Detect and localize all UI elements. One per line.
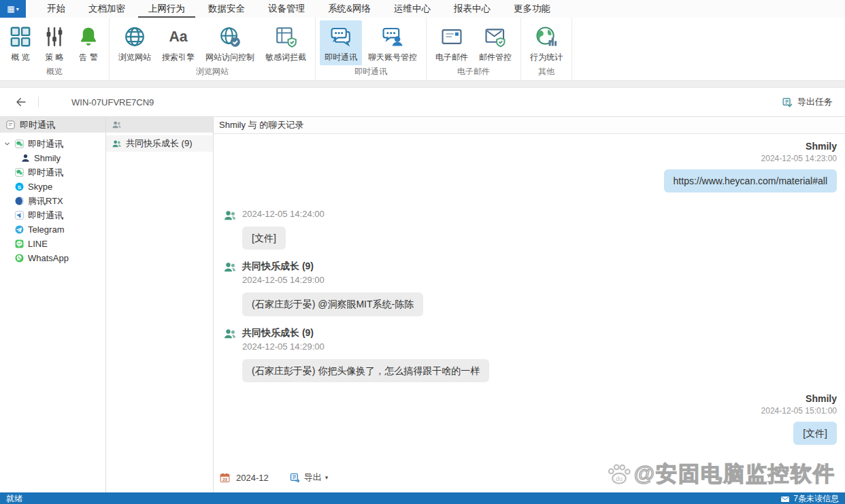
ribbon-button-label: 策 略 [45, 52, 63, 63]
export-button-label: 导出 [304, 471, 322, 484]
im-app-icon [5, 120, 16, 130]
back-button[interactable] [12, 93, 30, 111]
contact-item-label: 共同快乐成长 (9) [126, 137, 193, 150]
contact-list-panel: 共同快乐成长 (9) [106, 117, 214, 492]
calendar-icon: 23 [219, 472, 231, 484]
caret-spacer [3, 254, 11, 262]
date-picker[interactable]: 23 2024-12 [219, 472, 269, 484]
ribbon-button-label: 聊天账号管控 [368, 52, 417, 63]
status-bar: 就绪 7条未读信息 [0, 492, 845, 504]
message-bubble: [文件] [793, 422, 837, 445]
chat-message: 2024-12-05 14:24:00[文件] [223, 209, 837, 250]
ribbon-button-browse-website[interactable]: 浏览网站 [114, 20, 156, 65]
tab-report-center[interactable]: 报表中心 [444, 0, 501, 18]
tab-home[interactable]: 开始 [37, 0, 76, 18]
caret-spacer [3, 183, 11, 190]
ribbon: 概 览策 略告 警概览浏览网站Aa搜索引擎网站访问控制敏感词拦截浏览网站即时通讯… [0, 18, 845, 81]
sidebar-item-wechat-1-shmily[interactable]: Shmily [0, 151, 105, 165]
sidebar-item-wechat-2[interactable]: 即时通讯 [0, 165, 105, 180]
behavior-stats-icon [535, 25, 558, 48]
device-name: WIN-07UFVRE7CN9 [71, 97, 154, 107]
ribbon-button-site-access-control[interactable]: 网站访问控制 [201, 20, 259, 65]
ribbon-button-label: 邮件管控 [479, 52, 512, 63]
dingtalk-icon [14, 210, 24, 220]
tab-ops-center[interactable]: 运维中心 [384, 0, 441, 18]
tab-device-management[interactable]: 设备管理 [258, 0, 315, 18]
sidebar-item-whatsapp[interactable]: WhatsApp [0, 251, 105, 265]
person-icon [20, 153, 31, 163]
whatsapp-icon [14, 253, 24, 263]
ribbon-group-buttons: 电子邮件邮件管控 [429, 18, 518, 65]
chat-title: Shmily 与 的聊天记录 [214, 117, 845, 134]
sidebar-item-label: WhatsApp [28, 253, 69, 263]
caret-down-icon: ▾ [325, 474, 329, 481]
tab-doc-encryption[interactable]: 文档加密 [78, 0, 135, 18]
ribbon-button-search-engine[interactable]: Aa搜索引擎 [157, 20, 199, 65]
sidebar-item-dingtalk[interactable]: 即时通讯 [0, 208, 105, 222]
message-content: 共同快乐成长 (9)2024-12-05 14:29:00(石家庄彭于晏) @洞… [242, 261, 423, 316]
sidebar-item-label: Telegram [28, 224, 64, 235]
skype-icon: S [14, 182, 24, 192]
sidebar-item-label: LINE [28, 239, 48, 249]
ribbon-button-alert[interactable]: 告 警 [72, 20, 105, 65]
svg-text:Aa: Aa [169, 29, 187, 45]
sidebar-header-label: 即时通讯 [20, 119, 55, 131]
group-icon [112, 120, 122, 130]
ribbon-button-label: 即时通讯 [325, 52, 357, 63]
sidebar-item-skype[interactable]: SSkype [0, 180, 105, 194]
message-time: 2024-12-05 14:23:00 [761, 154, 837, 163]
app-menu-button[interactable]: ▦▾ [0, 0, 26, 18]
sidebar-item-line[interactable]: LINE [0, 237, 105, 251]
message-sender: Shmily [806, 141, 837, 152]
unread-messages-button[interactable]: 7条未读信息 [780, 493, 839, 504]
tab-system-network[interactable]: 系统&网络 [318, 0, 381, 18]
toolbar-separator [38, 97, 39, 107]
svg-text:S: S [18, 184, 22, 190]
status-text: 就绪 [6, 493, 22, 504]
ribbon-tab-bar: ▦▾ 开始文档加密上网行为数据安全设备管理系统&网络运维中心报表中心更多功能 [0, 0, 845, 18]
sidebar-item-tencent-rtx[interactable]: 腾讯RTX [0, 194, 105, 208]
email-icon [440, 25, 463, 48]
ribbon-group: 浏览网站Aa搜索引擎网站访问控制敏感词拦截浏览网站 [110, 18, 316, 80]
ribbon-button-policy[interactable]: 策 略 [38, 20, 71, 65]
export-button[interactable]: 导出 ▾ [289, 471, 329, 484]
line-icon [14, 239, 24, 249]
ribbon-group-label: 浏览网站 [112, 65, 313, 81]
export-task-button[interactable]: 导出任务 [782, 96, 833, 108]
tab-internet-behavior[interactable]: 上网行为 [138, 0, 195, 18]
caret-spacer [3, 240, 11, 248]
caret-down-icon: ▾ [16, 6, 19, 12]
tab-data-security[interactable]: 数据安全 [198, 0, 255, 18]
wechat-icon [14, 139, 24, 149]
search-engine-icon: Aa [167, 25, 190, 48]
ribbon-button-instant-messaging[interactable]: 即时通讯 [320, 20, 362, 65]
group-icon [112, 139, 122, 149]
ribbon-button-behavior-statistics[interactable]: 行为统计 [525, 20, 567, 65]
message-bubble: (石家庄彭于晏) @洞察眼MIT系统-陈陈 [242, 292, 423, 316]
message-sender: Shmily [806, 393, 837, 404]
ribbon-group-label: 概览 [2, 65, 107, 81]
app-menu-icon: ▦ [7, 4, 14, 14]
ribbon-group: 电子邮件邮件管控电子邮件 [427, 18, 521, 80]
chat-account-icon [381, 25, 404, 48]
contact-item-group-happy-growth[interactable]: 共同快乐成长 (9) [106, 135, 213, 152]
message-bubble: https://www.heycan.com/material#all [664, 169, 837, 192]
ribbon-button-sensitive-word-block[interactable]: 敏感词拦截 [261, 20, 311, 65]
ribbon-button-email-control[interactable]: 邮件管控 [474, 20, 516, 65]
envelope-icon [780, 494, 790, 504]
sidebar-header[interactable]: 即时通讯 [0, 117, 105, 133]
sidebar: 即时通讯 即时通讯Shmily即时通讯SSkype腾讯RTX即时通讯Telegr… [0, 117, 106, 492]
main-content: 即时通讯 即时通讯Shmily即时通讯SSkype腾讯RTX即时通讯Telegr… [0, 117, 845, 492]
tab-more-features[interactable]: 更多功能 [503, 0, 561, 18]
date-picker-value: 2024-12 [236, 473, 269, 483]
sidebar-item-label: Shmily [34, 153, 61, 163]
ribbon-divider [0, 81, 845, 88]
ribbon-button-chat-account-control[interactable]: 聊天账号管控 [363, 20, 422, 65]
ribbon-button-overview[interactable]: 概 览 [4, 20, 37, 65]
ribbon-group-label: 其他 [523, 65, 569, 81]
ribbon-button-email[interactable]: 电子邮件 [431, 20, 473, 65]
sidebar-item-telegram[interactable]: Telegram [0, 222, 105, 237]
back-arrow-icon [15, 96, 27, 108]
sidebar-item-wechat-1[interactable]: 即时通讯 [0, 137, 105, 151]
ribbon-group-buttons: 行为统计 [523, 18, 569, 65]
